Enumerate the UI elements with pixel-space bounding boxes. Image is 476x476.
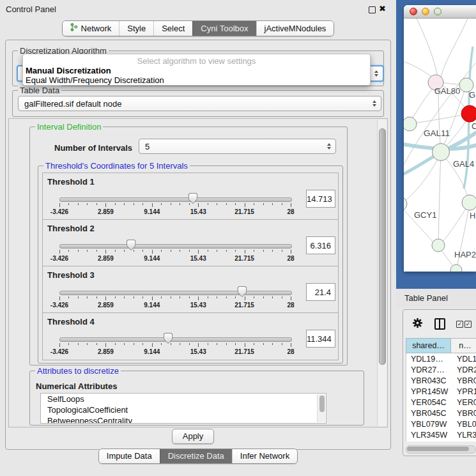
horizontal-scrollbar[interactable] xyxy=(406,445,476,454)
node-h[interactable] xyxy=(462,195,476,210)
tab-infer-network[interactable]: Infer Network xyxy=(232,449,297,463)
network-window-titlebar[interactable] xyxy=(404,5,476,19)
slider-thumb[interactable] xyxy=(188,193,197,204)
slider-tick-labels: -3.4262.8599.14415.4321.71528 xyxy=(59,208,291,216)
table-row[interactable]: YBL079WYBL0… xyxy=(406,418,476,429)
slider-thumb[interactable] xyxy=(164,333,173,344)
table-data-combobox[interactable]: galFiltered.sif default node xyxy=(18,96,381,111)
column-header-shared-name[interactable]: shared… xyxy=(406,338,451,353)
table-data-group: Table Data galFiltered.sif default node xyxy=(12,90,384,117)
table-header-row: shared… n… xyxy=(406,338,476,353)
attribute-list-item[interactable]: BetweennessCentrality xyxy=(41,415,326,424)
cell-name[interactable]: YBR0… xyxy=(453,409,476,418)
tab-style[interactable]: Style xyxy=(119,21,153,36)
slider-thumb[interactable] xyxy=(127,240,136,250)
node-gcy1[interactable] xyxy=(404,197,407,211)
float-window-icon[interactable] xyxy=(369,6,376,13)
cell-name[interactable]: YDR2… xyxy=(453,365,476,374)
cyni-toolbox-panel: Discretization Algorithm Table Data galF… xyxy=(5,40,391,450)
scrollbar-thumb[interactable] xyxy=(319,395,325,412)
network-canvas[interactable]: GAL80 G C GAL11 GAL4 GCY1 H HAP2 xyxy=(404,19,476,272)
cell-name[interactable]: YPR1… xyxy=(453,387,476,396)
threshold-row: Threshold 1 -3.4262.8599.14415.4321.7152… xyxy=(43,173,338,220)
thresholds-container: Threshold 1 -3.4262.8599.14415.4321.7152… xyxy=(42,173,339,360)
checkbox-icon[interactable]: ✓ xyxy=(456,321,463,328)
numerical-attributes-list[interactable]: SelfLoopsTopologicalCoefficientBetweenne… xyxy=(40,393,326,424)
tab-select[interactable]: Select xyxy=(153,21,192,36)
node-label: GAL11 xyxy=(424,128,450,138)
slider-track[interactable] xyxy=(59,197,292,202)
cell-name[interactable]: YER0… xyxy=(453,398,476,407)
combo-stepper-icon xyxy=(327,143,331,150)
scrollbar-thumb[interactable] xyxy=(379,128,386,365)
node-label: C xyxy=(472,121,476,131)
slider-track[interactable] xyxy=(59,291,292,295)
node-gal4[interactable] xyxy=(433,144,450,161)
panel-title: Control Panel xyxy=(6,4,56,14)
vertical-scrollbar[interactable] xyxy=(377,119,387,426)
cell-name[interactable]: YBL0… xyxy=(453,420,476,429)
slider-thumb[interactable] xyxy=(237,286,247,297)
threshold-value-field[interactable]: 21.4 xyxy=(306,283,335,301)
cell-name[interactable]: YDL1… xyxy=(453,355,476,364)
close-icon[interactable]: ✖ xyxy=(379,4,386,13)
tab-jactivemnodules[interactable]: jActiveMNodules xyxy=(256,21,334,36)
cell-shared-name[interactable]: YPR145W xyxy=(406,387,453,396)
close-traffic-light-icon[interactable] xyxy=(410,8,417,15)
gear-icon[interactable] xyxy=(412,318,423,330)
tab-network[interactable]: Network xyxy=(63,21,119,36)
scrollbar-thumb[interactable] xyxy=(407,447,469,451)
attribute-list-item[interactable]: TopologicalCoefficient xyxy=(41,404,326,415)
table-row[interactable]: YBR045CYBR0… xyxy=(406,408,476,418)
tab-discretize-data[interactable]: Discretize Data xyxy=(160,449,232,463)
zoom-traffic-light-icon[interactable] xyxy=(434,8,441,15)
cell-shared-name[interactable]: YLR345W xyxy=(406,431,453,440)
threshold-value-field[interactable]: 11.344 xyxy=(306,330,335,348)
number-of-intervals-combobox[interactable]: 5 xyxy=(139,139,336,154)
slider-track[interactable] xyxy=(59,244,292,249)
table-row[interactable]: YIL052CYIL0… xyxy=(406,440,476,441)
node-table: shared… n… YDL19…YDL1…YDR27…YDR2…YBR043C… xyxy=(406,338,476,441)
tab-impute-data[interactable]: Impute Data xyxy=(99,449,160,463)
cell-shared-name[interactable]: YIL052C xyxy=(406,441,453,442)
attribute-list-item[interactable]: SelfLoops xyxy=(41,394,326,404)
table-row[interactable]: YBR043CYBR0… xyxy=(406,375,476,386)
list-scrollbar[interactable] xyxy=(317,394,325,422)
node-red[interactable] xyxy=(461,105,476,122)
node-label: H xyxy=(470,211,475,220)
minimize-traffic-light-icon[interactable] xyxy=(422,8,429,15)
node-hap2[interactable] xyxy=(432,239,445,252)
dropdown-option-manual-discretization[interactable]: Manual Discretization xyxy=(26,66,111,75)
cell-shared-name[interactable]: YER054C xyxy=(406,398,453,407)
cell-shared-name[interactable]: YBL079W xyxy=(406,420,453,429)
node-gal11[interactable] xyxy=(404,117,417,131)
cell-name[interactable]: YLR3… xyxy=(453,431,476,440)
table-row[interactable]: YDL19…YDL1… xyxy=(406,353,476,364)
node-label: GAL80 xyxy=(434,86,460,96)
table-row[interactable]: YDR27…YDR2… xyxy=(406,364,476,375)
cell-shared-name[interactable]: YBR043C xyxy=(406,376,453,385)
split-columns-icon[interactable] xyxy=(434,318,445,330)
slider-track[interactable] xyxy=(59,337,292,342)
cell-name[interactable]: YIL0… xyxy=(453,441,476,442)
tab-label: Network xyxy=(81,24,112,33)
cell-shared-name[interactable]: YDL19… xyxy=(406,355,453,364)
table-panel: ✓ ✓ shared… n… YDL19…YDL1…YDR27…YDR2…YBR… xyxy=(403,309,476,456)
table-row[interactable]: YLR345WYLR3… xyxy=(406,429,476,440)
column-header-name[interactable]: n… xyxy=(451,338,476,353)
node-label: G xyxy=(469,90,475,100)
threshold-value-field[interactable]: 14.713 xyxy=(306,190,335,208)
checkbox-icon[interactable]: ✓ xyxy=(464,321,472,328)
dropdown-option-equal-width-frequency[interactable]: Equal Width/Frequency Discretization xyxy=(26,75,164,85)
cell-shared-name[interactable]: YDR27… xyxy=(406,365,453,374)
table-data-value: galFiltered.sif default node xyxy=(24,99,121,109)
cell-name[interactable]: YBR0… xyxy=(453,376,476,385)
node-label: GCY1 xyxy=(414,210,436,220)
cell-shared-name[interactable]: YBR045C xyxy=(406,409,453,418)
node-partial[interactable] xyxy=(450,265,462,272)
table-row[interactable]: YER054CYER0… xyxy=(406,397,476,408)
apply-button[interactable]: Apply xyxy=(172,429,214,444)
table-row[interactable]: YPR145WYPR1… xyxy=(406,386,476,397)
tab-cyni-toolbox[interactable]: Cyni Toolbox xyxy=(192,21,256,36)
threshold-value-field[interactable]: 6.316 xyxy=(306,236,335,254)
